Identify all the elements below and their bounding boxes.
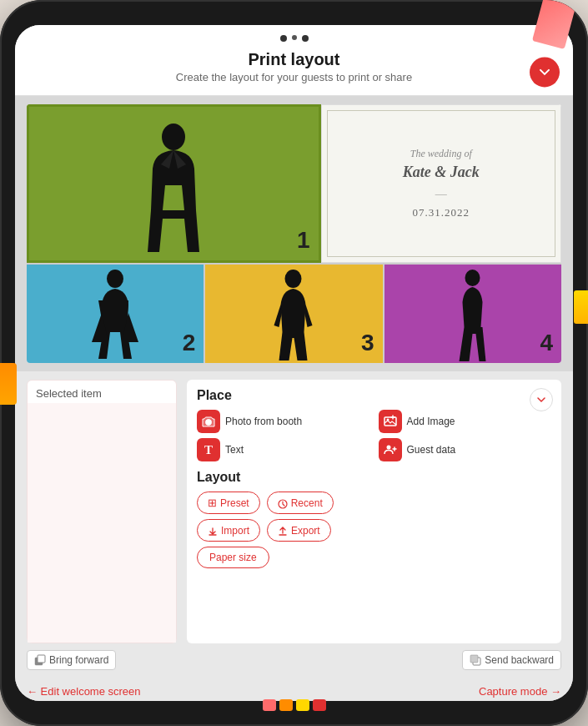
deco-right	[574, 290, 588, 324]
photo-slot-4[interactable]: 4	[384, 265, 561, 363]
canvas-area: 1 The wedding of Kate & Jack — 07.31.202…	[15, 96, 573, 371]
deco-left	[0, 363, 17, 405]
selected-item-box: Selected item	[27, 380, 177, 643]
bring-forward-label: Bring forward	[49, 654, 108, 666]
wedding-divider: —	[403, 185, 480, 203]
camera-notch	[28, 35, 560, 42]
slot-number-2: 2	[183, 330, 196, 356]
wedding-card-text: The wedding of Kate & Jack — 07.31.2022	[403, 146, 480, 221]
edit-welcome-label: ← Edit welcome screen	[27, 685, 141, 698]
svg-rect-13	[470, 655, 478, 663]
camera-dot-1	[280, 35, 287, 42]
deco-b1	[263, 699, 276, 711]
export-button[interactable]: Export	[267, 519, 331, 542]
top-bar: Print layout Create the layout for your …	[15, 25, 573, 96]
layout-buttons-row: ⊞ Preset Recent	[197, 492, 551, 514]
export-icon	[278, 524, 288, 537]
page-title: Print layout	[28, 50, 560, 69]
text-label: Text	[225, 444, 244, 456]
import-label: Import	[221, 525, 249, 537]
svg-point-1	[107, 270, 123, 288]
page-subtitle: Create the layout for your guests to pri…	[28, 71, 560, 83]
add-image-label: Add Image	[407, 416, 455, 427]
recent-button[interactable]: Recent	[267, 492, 334, 514]
tablet-screen: Print layout Create the layout for your …	[15, 25, 573, 701]
selected-item-preview	[28, 403, 176, 643]
add-image-icon	[379, 410, 402, 433]
edit-welcome-link[interactable]: ← Edit welcome screen	[27, 685, 141, 698]
bring-forward-icon	[34, 654, 46, 666]
capture-mode-label: Capture mode →	[479, 685, 561, 698]
import-button[interactable]: Import	[197, 519, 260, 542]
silhouette-2	[90, 267, 140, 363]
text-icon: T	[197, 438, 220, 461]
paper-size-button[interactable]: Paper size	[197, 547, 269, 568]
status-dot	[540, 32, 546, 38]
camera-dot-3	[302, 35, 309, 42]
recent-label: Recent	[291, 497, 323, 509]
paper-size-label: Paper size	[209, 552, 257, 563]
layout-canvas: 1 The wedding of Kate & Jack — 07.31.202…	[27, 104, 561, 363]
silhouette-1	[136, 118, 211, 260]
svg-point-2	[285, 270, 302, 288]
layout-buttons-row-2: Import Export	[197, 519, 551, 542]
photo-slot-3[interactable]: 3	[205, 265, 384, 363]
preset-button[interactable]: ⊞ Preset	[197, 492, 260, 514]
guest-data-icon	[379, 438, 402, 461]
dropdown-button[interactable]	[530, 57, 560, 87]
canvas-top-row: 1 The wedding of Kate & Jack — 07.31.202…	[27, 104, 561, 263]
bottom-panel: Selected item Place	[15, 371, 573, 678]
tablet-frame: Print layout Create the layout for your …	[0, 0, 588, 726]
place-title: Place	[197, 388, 551, 403]
svg-point-0	[162, 124, 185, 150]
footer-actions: Bring forward Send backward	[27, 650, 561, 670]
export-label: Export	[291, 525, 320, 537]
bring-forward-button[interactable]: Bring forward	[27, 650, 116, 670]
camera-dot-2	[292, 35, 297, 40]
send-backward-button[interactable]: Send backward	[462, 650, 561, 670]
slot-number-4: 4	[540, 330, 553, 356]
preset-icon: ⊞	[208, 497, 217, 509]
silhouette-4	[454, 267, 491, 363]
wedding-line2: Kate & Jack	[403, 161, 480, 184]
send-backward-icon	[470, 654, 481, 666]
text-item[interactable]: T Text	[197, 438, 370, 461]
wedding-card: The wedding of Kate & Jack — 07.31.2022	[321, 104, 561, 263]
silhouette-3	[271, 267, 317, 363]
guest-data-item[interactable]: Guest data	[379, 438, 552, 461]
capture-mode-link[interactable]: Capture mode →	[479, 685, 561, 698]
slot-number-3: 3	[361, 330, 374, 356]
import-icon	[208, 524, 218, 537]
deco-b2	[279, 699, 293, 711]
canvas-bottom-row: 2 3	[27, 263, 561, 363]
panel-row: Selected item Place	[27, 380, 561, 643]
place-panel: Place Photo from booth	[187, 380, 561, 643]
photo-booth-label: Photo from booth	[225, 416, 302, 427]
wedding-line1: The wedding of	[403, 146, 480, 161]
slot-number-1: 1	[297, 227, 310, 254]
photo-slot-1[interactable]: 1	[27, 104, 321, 263]
collapse-button[interactable]	[530, 388, 553, 411]
svg-rect-11	[38, 655, 45, 663]
nav-footer: ← Edit welcome screen Capture mode →	[15, 678, 573, 701]
place-grid: Photo from booth Add	[197, 410, 551, 461]
wedding-date: 07.31.2022	[403, 204, 480, 221]
guest-data-label: Guest data	[407, 444, 456, 456]
selected-item-label: Selected item	[28, 381, 176, 403]
preset-label: Preset	[220, 497, 249, 509]
photo-slot-2[interactable]: 2	[27, 265, 205, 363]
svg-point-3	[465, 270, 480, 286]
svg-point-8	[386, 446, 390, 450]
recent-icon	[278, 497, 288, 509]
send-backward-label: Send backward	[485, 654, 554, 666]
deco-b4	[313, 699, 326, 711]
layout-title: Layout	[197, 470, 551, 485]
photo-from-booth-item[interactable]: Photo from booth	[197, 410, 370, 433]
deco-bottom	[263, 699, 326, 711]
deco-b3	[296, 699, 309, 711]
add-image-item[interactable]: Add Image	[379, 410, 552, 433]
photo-booth-icon	[197, 410, 220, 433]
